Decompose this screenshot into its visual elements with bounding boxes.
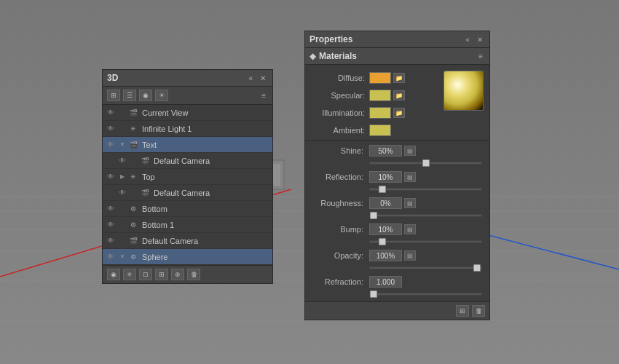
toolbar-light-icon[interactable]: ☀ bbox=[155, 90, 168, 101]
slider-track-row-bump bbox=[305, 237, 489, 248]
layer-item-default-camera-1[interactable]: 👁 🎬 Default Camera bbox=[103, 153, 272, 169]
slider-track-opacity[interactable] bbox=[369, 266, 482, 269]
toolbar-grid-icon[interactable]: ⊞ bbox=[107, 90, 120, 101]
props-trash-icon[interactable]: 🗑 bbox=[472, 305, 485, 317]
mat-folder-illumination[interactable]: 📁 bbox=[393, 108, 405, 118]
slider-folder-shine[interactable]: ▤ bbox=[404, 146, 416, 156]
layer-eye-text[interactable]: 👁 bbox=[106, 140, 116, 150]
slider-track-reflection[interactable] bbox=[369, 188, 482, 191]
panel-properties: Properties « ✕ ◆ Materials ≡ Diffuse: 📁 … bbox=[304, 31, 490, 320]
slider-row-shine: Shine: 50% ▤ bbox=[305, 143, 489, 159]
slider-row-roughness: Roughness: 0% ▤ bbox=[305, 195, 489, 211]
layer-eye-bottom[interactable]: 👁 bbox=[106, 204, 116, 214]
layer-name-top: Top bbox=[142, 173, 269, 181]
mat-folder-diffuse[interactable]: 📁 bbox=[393, 73, 405, 83]
slider-row-reflection: Reflection: 10% ▤ bbox=[305, 169, 489, 185]
slider-track-bump[interactable] bbox=[369, 240, 482, 243]
layer-icon-dc2: 🎬 bbox=[139, 188, 151, 198]
slider-track-shine[interactable] bbox=[369, 162, 482, 165]
layer-eye-bottom-1[interactable]: 👁 bbox=[106, 220, 116, 230]
layer-eye-default-camera-2[interactable]: 👁 bbox=[117, 188, 127, 198]
mat-folder-specular[interactable]: 📁 bbox=[393, 90, 405, 100]
layer-name-bottom-1: Bottom 1 bbox=[142, 221, 269, 229]
panel-3d-menu-btn[interactable]: ≡ bbox=[259, 91, 268, 100]
slider-track-roughness[interactable] bbox=[369, 214, 482, 217]
slider-value-reflection[interactable]: 10% bbox=[369, 171, 402, 183]
slider-folder-opacity[interactable]: ▤ bbox=[404, 250, 416, 261]
slider-thumb-roughness[interactable] bbox=[370, 212, 377, 219]
layer-eye-sphere[interactable]: 👁 bbox=[106, 252, 116, 262]
panel-3d-header: 3D « ✕ bbox=[103, 70, 272, 87]
mat-label-diffuse: Diffuse: bbox=[311, 74, 369, 82]
layer-item-bottom-1[interactable]: 👁 ⚙ Bottom 1 bbox=[103, 217, 272, 233]
slider-thumb-refraction[interactable] bbox=[370, 290, 377, 298]
mat-color-ambient[interactable] bbox=[369, 124, 391, 136]
props-content: Diffuse: 📁 Specular: 📁 Illumination: 📁 A… bbox=[305, 65, 489, 301]
layer-item-text[interactable]: 👁 ▼ 🎬 Text bbox=[103, 137, 272, 153]
layer-expand-top[interactable]: ▶ bbox=[119, 173, 126, 181]
slider-folder-bump[interactable]: ▤ bbox=[404, 224, 416, 234]
mat-color-diffuse[interactable] bbox=[369, 72, 391, 84]
layer-expand-text[interactable]: ▼ bbox=[119, 141, 126, 149]
bottom-light-icon[interactable]: ✳ bbox=[123, 269, 136, 280]
panel-3d-header-controls: « ✕ bbox=[246, 74, 268, 83]
props-bottom-toolbar: ⊞ 🗑 bbox=[305, 301, 489, 320]
slider-row-bump: Bump: 10% ▤ bbox=[305, 221, 489, 237]
mat-label-illumination: Illumination: bbox=[311, 108, 369, 117]
layer-list: 👁 🎬 Current View 👁 ✳ Infinite Light 1 👁 … bbox=[103, 105, 272, 265]
slider-thumb-shine[interactable] bbox=[422, 159, 430, 167]
layer-name-infinite-light: Infinite Light 1 bbox=[142, 124, 269, 133]
slider-thumb-bump[interactable] bbox=[379, 238, 386, 245]
slider-value-bump[interactable]: 10% bbox=[369, 223, 402, 235]
toolbar-list-icon[interactable]: ☰ bbox=[123, 90, 136, 101]
slider-track-row-refraction bbox=[305, 290, 489, 300]
layer-eye-top[interactable]: 👁 bbox=[106, 172, 116, 182]
mat-color-specular[interactable] bbox=[369, 90, 391, 101]
bottom-camera-icon[interactable]: ⊕ bbox=[171, 269, 184, 280]
layer-item-current-view[interactable]: 👁 🎬 Current View bbox=[103, 105, 272, 121]
layer-item-infinite-light[interactable]: 👁 ✳ Infinite Light 1 bbox=[103, 121, 272, 137]
slider-row-refraction: Refraction: 1.000 bbox=[305, 274, 489, 290]
layer-name-dc1: Default Camera bbox=[154, 157, 269, 165]
bottom-trash-icon[interactable]: 🗑 bbox=[187, 269, 200, 280]
materials-tab-icon: ◆ bbox=[310, 51, 316, 61]
layer-name-sphere: Sphere bbox=[142, 253, 269, 261]
panel-properties-close-btn[interactable]: ✕ bbox=[475, 35, 485, 44]
layer-icon-bottom: ⚙ bbox=[127, 204, 139, 214]
slider-label-opacity: Opacity: bbox=[311, 251, 369, 260]
panel-3d-close-btn[interactable]: ✕ bbox=[258, 74, 268, 83]
slider-thumb-opacity[interactable] bbox=[473, 264, 481, 272]
slider-thumb-reflection[interactable] bbox=[379, 186, 386, 193]
layer-eye-default-camera-1[interactable]: 👁 bbox=[117, 156, 127, 166]
layer-item-top[interactable]: 👁 ▶ ✳ Top bbox=[103, 169, 272, 185]
slider-value-shine[interactable]: 50% bbox=[369, 145, 402, 157]
bottom-sphere-icon[interactable]: ◉ bbox=[107, 269, 120, 280]
slider-folder-reflection[interactable]: ▤ bbox=[404, 172, 416, 182]
slider-value-refraction[interactable]: 1.000 bbox=[369, 276, 402, 288]
layer-item-bottom[interactable]: 👁 ⚙ Bottom bbox=[103, 201, 272, 217]
panel-3d-collapse-btn[interactable]: « bbox=[246, 74, 255, 83]
layer-eye-infinite-light[interactable]: 👁 bbox=[106, 124, 116, 134]
layer-icon-dc3: 🎬 bbox=[127, 236, 139, 246]
mat-row-diffuse: Diffuse: 📁 bbox=[305, 69, 489, 87]
props-menu-btn[interactable]: ≡ bbox=[476, 52, 485, 61]
toolbar-globe-icon[interactable]: ◉ bbox=[139, 90, 152, 101]
slider-folder-roughness[interactable]: ▤ bbox=[404, 198, 416, 208]
layer-item-default-camera-3[interactable]: 👁 🎬 Default Camera bbox=[103, 233, 272, 249]
layer-eye-default-camera-3[interactable]: 👁 bbox=[106, 236, 116, 246]
layer-expand-bottom-1 bbox=[119, 221, 126, 229]
layer-expand-sphere[interactable]: ▼ bbox=[119, 253, 126, 261]
slider-value-roughness[interactable]: 0% bbox=[369, 197, 402, 209]
panel-properties-collapse-btn[interactable]: « bbox=[463, 35, 472, 44]
layer-item-sphere[interactable]: 👁 ▼ ⚙ Sphere bbox=[103, 249, 272, 265]
layer-item-default-camera-2[interactable]: 👁 🎬 Default Camera bbox=[103, 185, 272, 201]
layer-icon-current-view: 🎬 bbox=[127, 108, 139, 118]
materials-tab-label[interactable]: Materials bbox=[319, 51, 357, 61]
layer-eye-current-view[interactable]: 👁 bbox=[106, 108, 116, 118]
mat-color-illumination[interactable] bbox=[369, 107, 391, 119]
slider-value-opacity[interactable]: 100% bbox=[369, 250, 402, 261]
bottom-mesh-icon[interactable]: ⊞ bbox=[155, 269, 168, 280]
props-add-icon[interactable]: ⊞ bbox=[456, 305, 469, 317]
bottom-cube-icon[interactable]: ⊡ bbox=[139, 269, 152, 280]
slider-track-refraction[interactable] bbox=[369, 293, 482, 296]
